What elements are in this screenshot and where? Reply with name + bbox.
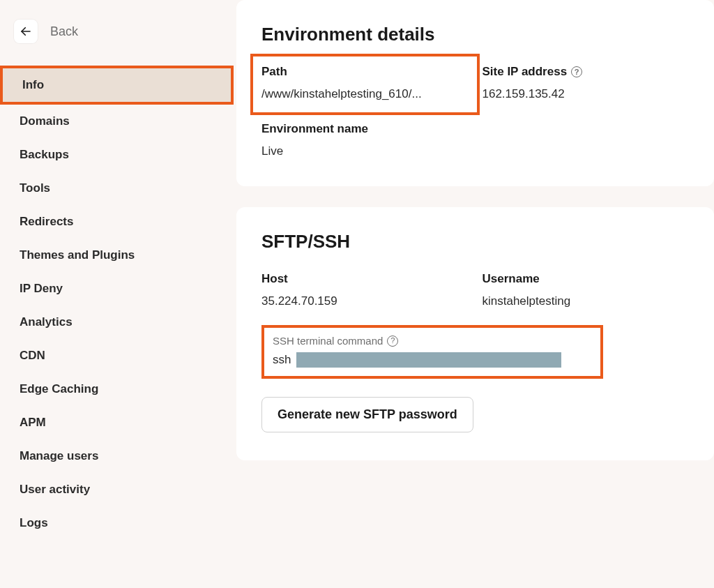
help-icon[interactable]: ? <box>571 66 582 77</box>
arrow-left-icon <box>20 25 32 38</box>
username-label: Username <box>483 272 690 286</box>
sidebar-item-analytics[interactable]: Analytics <box>0 306 234 339</box>
sidebar-item-themes-plugins[interactable]: Themes and Plugins <box>0 239 234 272</box>
environment-details-card: Environment details Path /www/kinstahelp… <box>236 0 714 186</box>
sidebar-item-manage-users[interactable]: Manage users <box>0 439 234 473</box>
sidebar-item-tools[interactable]: Tools <box>0 172 234 205</box>
sftp-ssh-title: SFTP/SSH <box>261 231 689 252</box>
host-label: Host <box>261 272 469 286</box>
path-label: Path <box>261 65 469 79</box>
sidebar: Back Info Domains Backups Tools Redirect… <box>0 0 234 588</box>
main-content: Environment details Path /www/kinstahelp… <box>234 0 714 588</box>
site-ip-value: 162.159.135.42 <box>483 87 690 101</box>
sidebar-item-edge-caching[interactable]: Edge Caching <box>0 372 234 406</box>
sidebar-item-domains[interactable]: Domains <box>0 105 234 138</box>
env-name-value: Live <box>261 144 469 158</box>
path-highlight: Path /www/kinstahelptesting_610/... <box>250 54 480 115</box>
back-label: Back <box>50 24 78 39</box>
ssh-redacted <box>296 352 561 368</box>
host-value: 35.224.70.159 <box>261 294 469 308</box>
sidebar-item-apm[interactable]: APM <box>0 406 234 439</box>
ssh-prefix: ssh <box>273 353 291 367</box>
ssh-command-highlight: SSH terminal command ? ssh <box>261 325 603 379</box>
sidebar-item-cdn[interactable]: CDN <box>0 339 234 372</box>
sidebar-item-backups[interactable]: Backups <box>0 138 234 172</box>
sidebar-item-user-activity[interactable]: User activity <box>0 473 234 506</box>
path-value: /www/kinstahelptesting_610/... <box>261 87 469 101</box>
generate-sftp-password-button[interactable]: Generate new SFTP password <box>261 397 473 432</box>
sidebar-item-info[interactable]: Info <box>0 66 234 105</box>
env-name-label: Environment name <box>261 122 469 136</box>
back-row: Back <box>0 20 234 66</box>
sftp-ssh-card: SFTP/SSH Host 35.224.70.159 Username kin… <box>236 207 714 460</box>
sidebar-item-ip-deny[interactable]: IP Deny <box>0 272 234 306</box>
username-value: kinstahelptesting <box>483 294 690 308</box>
sidebar-item-redirects[interactable]: Redirects <box>0 205 234 239</box>
ssh-command-value: ssh <box>273 352 592 368</box>
environment-details-title: Environment details <box>261 24 689 45</box>
sidebar-item-logs[interactable]: Logs <box>0 506 234 540</box>
site-ip-label: Site IP address ? <box>483 65 690 79</box>
help-icon[interactable]: ? <box>387 336 398 347</box>
back-button[interactable] <box>14 20 38 43</box>
ssh-command-label: SSH terminal command ? <box>273 335 592 347</box>
